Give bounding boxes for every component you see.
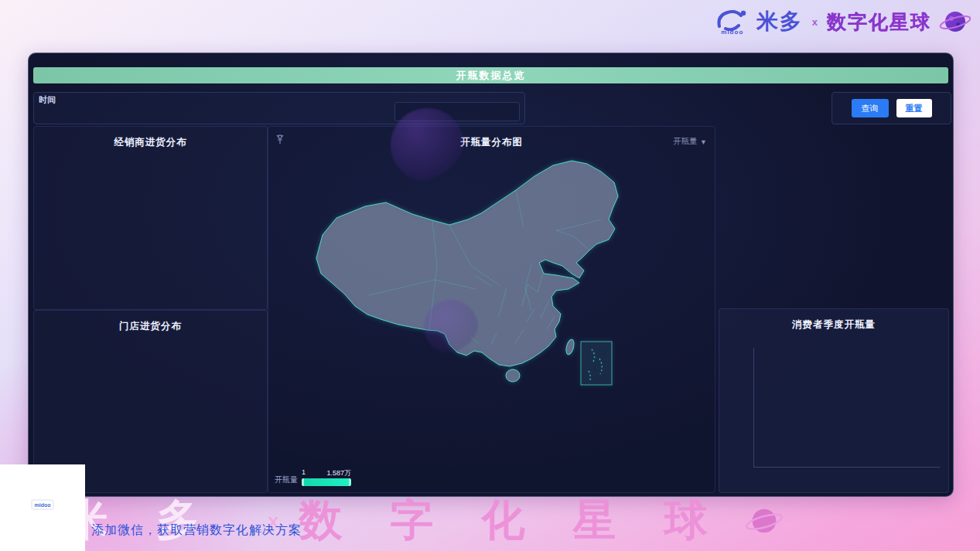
brand-name: 米多: [756, 7, 803, 36]
panel-title: 消费者季度开瓶量: [719, 318, 948, 332]
china-map-shape: [268, 127, 715, 492]
wechat-qr-code: midoo: [0, 464, 85, 551]
wechat-cta-text: 添加微信，获取营销数字化解决方案: [91, 522, 302, 539]
distributor-pie-panel: 经销商进货分布: [33, 126, 268, 310]
planet-icon: [744, 502, 784, 539]
planet-icon: [938, 6, 972, 37]
time-filter-group: 时间: [33, 92, 525, 124]
brand-logo: midoo 米多 x 数字化星球: [715, 6, 972, 37]
map-legend-max: 1.587万: [326, 468, 351, 478]
midoo-qr-logo: midoo: [32, 499, 54, 509]
quarterly-bar-panel: 消费者季度开瓶量: [719, 308, 949, 493]
watermark-brand: 米多: [65, 491, 248, 550]
map-legend-min: 1: [302, 468, 306, 478]
china-mainland: [316, 161, 618, 366]
date-range-picker[interactable]: [394, 102, 520, 121]
filter-actions: 查询 重置: [831, 92, 951, 124]
hainan-island: [506, 369, 520, 382]
midoo-logo-icon: midoo: [715, 8, 750, 36]
partner-brand-name: 数字化星球: [827, 9, 931, 35]
panel-title: 经销商进货分布: [34, 136, 267, 149]
china-map-panel: 开瓶量分布图 开瓶量 ▾ 开瓶量 1 1.587万: [268, 126, 715, 493]
time-filter-label: 时间: [39, 94, 56, 106]
bar-plot-area: [753, 348, 940, 468]
south-china-sea-inset: [581, 342, 612, 385]
query-button[interactable]: 查询: [852, 99, 889, 117]
dashboard: 开瓶数据总览 时间 查询 重置 经销商进货分布 门店进货分布: [28, 53, 954, 497]
panel-title: 门店进货分布: [34, 320, 267, 333]
map-legend-label: 开瓶量: [275, 474, 298, 485]
watermark-text: 米多 x 数字化星球: [65, 491, 784, 550]
brand-separator: x: [812, 16, 818, 28]
dashboard-title: 开瓶数据总览: [456, 69, 526, 83]
dashboard-title-banner: 开瓶数据总览: [33, 67, 948, 83]
page: midoo 米多 x 数字化星球 开瓶数据总览 时间 查询: [0, 0, 980, 551]
midoo-logo-subtext: midoo: [721, 29, 743, 36]
map-range-legend[interactable]: 开瓶量 1 1.587万: [275, 468, 351, 486]
map-legend-bar[interactable]: [302, 478, 351, 486]
watermark-partner: 数字化星球: [299, 491, 755, 550]
reset-button[interactable]: 重置: [896, 99, 932, 117]
taiwan-island: [565, 338, 575, 355]
